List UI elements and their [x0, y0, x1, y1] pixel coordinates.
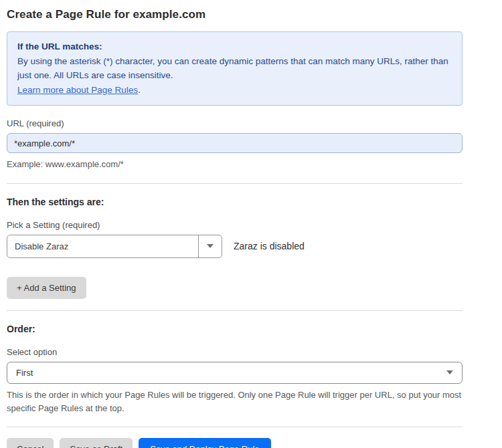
divider	[7, 427, 463, 427]
settings-section-heading: Then the settings are:	[7, 197, 463, 207]
add-setting-button[interactable]: + Add a Setting	[7, 277, 86, 299]
order-select-label: Select option	[7, 347, 463, 357]
setting-dropdown-arrow-button[interactable]	[198, 235, 222, 257]
url-example-text: Example: www.example.com/*	[7, 158, 463, 171]
create-page-rule-form: Create a Page Rule for example.com If th…	[0, 0, 502, 448]
url-input[interactable]	[7, 133, 463, 153]
form-actions: Cancel Save as Draft Save and Deploy Pag…	[7, 438, 463, 448]
dropdown-arrow-icon	[207, 244, 214, 248]
url-match-info-box: If the URL matches: By using the asteris…	[7, 31, 463, 106]
save-and-deploy-button[interactable]: Save and Deploy Page Rule	[139, 438, 270, 448]
setting-row: Disable Zaraz Zaraz is disabled	[7, 235, 463, 258]
info-box-body: By using the asterisk (*) character, you…	[17, 54, 452, 83]
learn-more-link[interactable]: Learn more about Page Rules	[17, 85, 138, 95]
link-period: .	[138, 85, 141, 95]
info-box-heading: If the URL matches:	[17, 39, 452, 54]
divider	[7, 310, 463, 311]
divider	[7, 183, 463, 184]
order-select-value: First	[16, 368, 446, 378]
setting-picker-label: Pick a Setting (required)	[7, 220, 463, 230]
setting-dropdown-value: Disable Zaraz	[7, 235, 198, 257]
save-as-draft-button[interactable]: Save as Draft	[60, 438, 133, 448]
page-title: Create a Page Rule for example.com	[7, 8, 463, 21]
select-chevron-icon	[446, 370, 453, 374]
cancel-button[interactable]: Cancel	[7, 438, 54, 448]
setting-dropdown[interactable]: Disable Zaraz	[7, 235, 222, 258]
info-box-link-line: Learn more about Page Rules.	[17, 83, 452, 98]
order-select[interactable]: First	[7, 362, 463, 384]
order-help-text: This is the order in which your Page Rul…	[7, 388, 463, 415]
url-field-label: URL (required)	[7, 118, 463, 128]
order-section-heading: Order:	[7, 324, 463, 334]
setting-status-text: Zaraz is disabled	[234, 241, 305, 251]
